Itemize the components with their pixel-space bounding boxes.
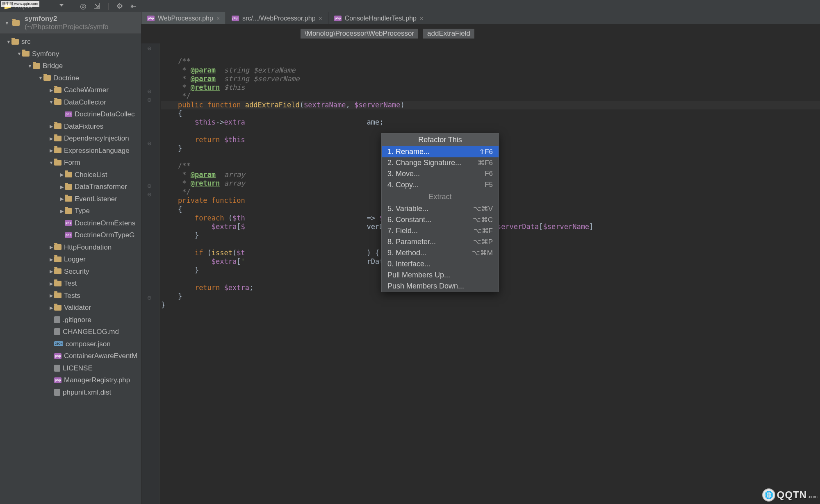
chevron-icon[interactable] — [6, 39, 11, 45]
popup-menu-item[interactable]: 3. Move...F6 — [382, 168, 499, 179]
tree-item[interactable]: DataTransformer — [0, 181, 141, 193]
popup-menu-item[interactable]: 7. Field...⌥⌘F — [382, 225, 499, 236]
chevron-icon[interactable] — [48, 159, 54, 166]
tree-item[interactable]: LICENSE — [0, 362, 141, 375]
tree-item[interactable]: phpDoctrineOrmExtens — [0, 217, 141, 229]
tree-item[interactable]: Form — [0, 157, 141, 169]
breadcrumb-class[interactable]: \Monolog\Processor\WebProcessor — [301, 29, 418, 39]
popup-menu-item[interactable]: 1. Rename...⇧F6 — [382, 146, 499, 157]
popup-item-shortcut: F5 — [485, 181, 493, 189]
collapse-icon[interactable]: ⇲ — [94, 2, 100, 11]
chevron-icon[interactable] — [48, 244, 54, 251]
chevron-icon[interactable] — [59, 184, 65, 191]
popup-menu-item[interactable]: Push Members Down... — [382, 281, 499, 292]
chevron-down-icon[interactable] — [59, 4, 64, 8]
popup-menu-item[interactable]: 0. Interface... — [382, 259, 499, 270]
project-root[interactable]: symfony2 (~/PhpstormProjects/symfo — [0, 12, 141, 34]
tree-item[interactable]: Bridge — [0, 60, 141, 72]
target-icon[interactable]: ◎ — [80, 2, 87, 11]
chevron-icon[interactable] — [38, 75, 43, 82]
tree-item[interactable]: CHANGELOG.md — [0, 326, 141, 338]
tree-item[interactable]: phpManagerRegistry.php — [0, 374, 141, 386]
gear-icon[interactable]: ⚙ — [116, 2, 123, 11]
popup-menu-item[interactable]: Pull Members Up... — [382, 270, 499, 281]
tree-item-label: CacheWarmer — [64, 85, 109, 95]
file-icon — [54, 389, 60, 396]
editor-tab[interactable]: phpsrc/.../WebProcessor.php× — [226, 12, 328, 24]
chevron-icon[interactable] — [59, 208, 65, 215]
divider: | — [107, 2, 109, 10]
tree-item[interactable]: Symfony — [0, 48, 141, 60]
breadcrumb-member[interactable]: addExtraField — [423, 29, 474, 39]
folder-icon — [11, 39, 19, 45]
chevron-icon[interactable] — [48, 147, 54, 154]
popup-item-shortcut: ⇧F6 — [479, 148, 493, 156]
chevron-down-icon[interactable] — [4, 20, 10, 25]
tree-item[interactable]: phpunit.xml.dist — [0, 386, 141, 399]
tree-item[interactable]: EventListener — [0, 193, 141, 205]
tree-item[interactable]: Test — [0, 277, 141, 290]
tree-item[interactable]: CacheWarmer — [0, 84, 141, 96]
tree-item[interactable]: src — [0, 36, 141, 48]
popup-item-shortcut: ⌥⌘F — [474, 227, 493, 235]
chevron-icon[interactable] — [48, 292, 54, 299]
folder-icon — [54, 257, 61, 262]
tree-item[interactable]: JSONcomposer.json — [0, 338, 141, 350]
tree-item[interactable]: ExpressionLanguage — [0, 145, 141, 157]
tree-item[interactable]: Security — [0, 266, 141, 278]
editor-tab[interactable]: phpConsoleHandlerTest.php× — [328, 12, 429, 24]
file-icon — [54, 365, 60, 372]
popup-menu-item[interactable]: 6. Constant...⌥⌘C — [382, 214, 499, 225]
chevron-icon[interactable] — [59, 171, 65, 178]
popup-item-label: 2. Change Signature... — [387, 159, 461, 167]
hide-icon[interactable]: ⇤ — [130, 2, 137, 11]
chevron-icon[interactable] — [48, 135, 54, 142]
popup-menu-item[interactable]: 4. Copy...F5 — [382, 179, 499, 191]
close-icon[interactable]: × — [420, 15, 423, 22]
chevron-icon[interactable] — [27, 63, 33, 70]
popup-item-shortcut: ⌘F6 — [478, 159, 493, 167]
chevron-icon[interactable] — [48, 268, 54, 275]
tree-item[interactable]: phpDoctrineDataCollec — [0, 108, 141, 120]
tree-item[interactable]: DependencyInjection — [0, 132, 141, 145]
folder-icon — [54, 305, 61, 311]
project-sidebar[interactable]: symfony2 (~/PhpstormProjects/symfo srcSy… — [0, 12, 141, 504]
tree-item-label: DoctrineDataCollec — [75, 109, 134, 120]
tree-item[interactable]: ChoiceList — [0, 169, 141, 181]
tree-item[interactable]: Tests — [0, 290, 141, 302]
tree-item-label: DoctrineOrmTypeG — [75, 230, 134, 241]
tree-item-label: DataFixtures — [64, 121, 103, 132]
close-icon[interactable]: × — [216, 15, 220, 22]
popup-menu-item[interactable]: 5. Variable...⌥⌘V — [382, 203, 499, 214]
folder-icon — [22, 51, 30, 57]
chevron-icon[interactable] — [48, 256, 54, 263]
tree-item[interactable]: Logger — [0, 253, 141, 266]
tree-item[interactable]: HttpFoundation — [0, 241, 141, 254]
popup-menu-item[interactable]: 8. Parameter...⌥⌘P — [382, 236, 499, 247]
tree-item[interactable]: Validator — [0, 302, 141, 314]
chevron-icon[interactable] — [59, 195, 65, 202]
tab-label: ConsoleHandlerTest.php — [345, 15, 417, 22]
close-icon[interactable]: × — [319, 15, 322, 22]
chevron-icon[interactable] — [48, 123, 54, 130]
folder-icon — [65, 184, 72, 190]
popup-menu-item[interactable]: 9. Method...⌥⌘M — [382, 247, 499, 259]
chevron-icon[interactable] — [48, 99, 54, 106]
tree-item-label: phpunit.xml.dist — [63, 387, 111, 398]
tree-item[interactable]: .gitignore — [0, 314, 141, 326]
editor-tabs: phpWebProcessor.php×phpsrc/.../WebProces… — [141, 12, 820, 25]
chevron-icon[interactable] — [48, 87, 54, 94]
chevron-icon[interactable] — [16, 50, 22, 57]
tree-item[interactable]: Type — [0, 205, 141, 217]
tab-label: WebProcessor.php — [158, 15, 213, 22]
tree-item[interactable]: Doctrine — [0, 72, 141, 84]
editor-tab[interactable]: phpWebProcessor.php× — [141, 12, 226, 24]
tree-item[interactable]: DataCollector — [0, 96, 141, 109]
tree-item[interactable]: phpDoctrineOrmTypeG — [0, 229, 141, 241]
chevron-icon[interactable] — [48, 280, 54, 287]
tree-item[interactable]: DataFixtures — [0, 120, 141, 133]
chevron-icon[interactable] — [48, 304, 54, 311]
tree-item[interactable]: phpContainerAwareEventM — [0, 350, 141, 362]
tree-item-label: Validator — [64, 302, 91, 313]
popup-menu-item[interactable]: 2. Change Signature...⌘F6 — [382, 157, 499, 168]
